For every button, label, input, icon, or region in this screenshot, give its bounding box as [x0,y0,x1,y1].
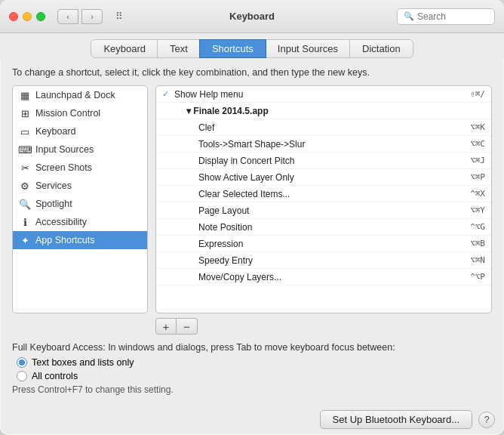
checkmark: ✓ [162,89,174,99]
shortcut-item-expression[interactable]: Expression ⌥⌘B [156,236,491,252]
hint-text: Press Control+F7 to change this setting. [12,384,492,395]
sidebar: ▦ Launchpad & Dock ⊞ Mission Control ▭ K… [12,85,148,313]
sidebar-item-label: Services [35,180,72,191]
radio-text-boxes[interactable]: Text boxes and lists only [17,357,492,368]
sidebar-item-label: Accessibility [35,217,87,227]
input-sources-icon: ⌨ [19,143,31,156]
sidebar-item-input-sources[interactable]: ⌨ Input Sources [13,140,147,159]
keyboard-icon: ▭ [19,125,31,137]
shortcut-keys: ^⌥P [470,272,485,282]
close-button[interactable] [9,12,18,21]
shortcut-keys: ⌥⌘P [470,172,485,182]
sidebar-item-launchpad[interactable]: ▦ Launchpad & Dock [13,86,147,104]
sidebar-item-label: Input Sources [35,144,94,155]
shortcut-group-finale[interactable]: ▾ Finale 2014.5.app [156,103,491,119]
zoom-button[interactable] [36,12,45,21]
shortcut-keys: ⌥⌘K [470,122,485,132]
sidebar-item-services[interactable]: ⚙ Services [13,177,147,195]
grid-button[interactable]: ⠿ [109,9,130,24]
shortcut-keys: ⌥⌘J [470,156,485,165]
list-controls: + − [155,318,492,335]
group-label: ▾ Finale 2014.5.app [174,106,485,116]
full-kb-label: Full Keyboard Access: In windows and dia… [12,342,492,353]
radio-text-boxes-circle[interactable] [17,357,27,368]
shortcut-item-clef[interactable]: Clef ⌥⌘K [156,119,491,136]
sidebar-item-label: App Shortcuts [35,235,95,245]
shortcut-label: Note Position [174,222,470,233]
sidebar-item-label: Launchpad & Dock [35,90,115,100]
shortcut-keys: ⌥⌘C [470,139,485,149]
add-shortcut-button[interactable]: + [155,318,177,335]
sidebar-item-keyboard[interactable]: ▭ Keyboard [13,122,147,140]
shortcut-keys: ⇧⌘/ [470,89,485,99]
shortcut-panel[interactable]: ✓ Show Help menu ⇧⌘/ ▾ Finale 2014.5.app… [155,85,492,313]
shortcut-label: Expression [174,239,470,249]
keyboard-preferences-window: ‹ › ⠿ Keyboard 🔍 Keyboard Text Shortcuts… [0,0,504,435]
shortcut-item-move-copy-layers[interactable]: Move/Copy Layers... ^⌥P [156,269,491,285]
titlebar: ‹ › ⠿ Keyboard 🔍 [0,0,504,33]
shortcut-label: Show Help menu [174,89,470,100]
shortcut-label: Tools->Smart Shape->Slur [174,139,470,150]
shortcut-keys: ^⌘X [470,189,485,199]
sidebar-item-label: Screen Shots [35,162,92,173]
services-icon: ⚙ [19,180,31,192]
screen-shots-icon: ✂ [19,162,31,174]
remove-shortcut-button[interactable]: − [177,318,198,335]
radio-all-controls[interactable]: All controls [17,371,492,381]
sidebar-item-label: Keyboard [35,126,76,137]
shortcut-label: Show Active Layer Only [174,172,470,183]
shortcut-label: Clef [174,122,470,133]
sidebar-item-accessibility[interactable]: ℹ Accessibility [13,213,147,231]
traffic-lights [9,12,45,21]
back-button[interactable]: ‹ [57,9,78,24]
content-area: To change a shortcut, select it, click t… [0,58,504,404]
radio-all-controls-circle[interactable] [17,371,27,381]
shortcut-item-clear-selected[interactable]: Clear Selected Items... ^⌘X [156,186,491,202]
shortcut-item-show-help[interactable]: ✓ Show Help menu ⇧⌘/ [156,86,491,103]
sidebar-item-screen-shots[interactable]: ✂ Screen Shots [13,159,147,177]
shortcut-label: Move/Copy Layers... [174,272,470,282]
shortcut-item-smart-shape[interactable]: Tools->Smart Shape->Slur ⌥⌘C [156,136,491,153]
sidebar-item-mission-control[interactable]: ⊞ Mission Control [13,104,147,122]
forward-button[interactable]: › [81,9,103,24]
launchpad-icon: ▦ [19,89,31,101]
instructions-text: To change a shortcut, select it, click t… [12,67,492,78]
radio-text-boxes-label: Text boxes and lists only [32,357,134,368]
shortcut-label: Display in Concert Pitch [174,156,470,166]
mission-control-icon: ⊞ [19,107,31,119]
nav-buttons: ‹ › [57,9,103,24]
shortcut-item-speedy-entry[interactable]: Speedy Entry ⌥⌘N [156,252,491,269]
shortcut-item-note-position[interactable]: Note Position ^⌥G [156,219,491,236]
sidebar-item-label: Spotlight [35,199,72,209]
shortcut-item-active-layer[interactable]: Show Active Layer Only ⌥⌘P [156,169,491,186]
tabs-bar: Keyboard Text Shortcuts Input Sources Di… [0,33,504,58]
shortcut-label: Speedy Entry [174,255,470,266]
accessibility-icon: ℹ [19,216,31,228]
spotlight-icon: 🔍 [19,198,31,210]
radio-group: Text boxes and lists only All controls [12,357,492,381]
sidebar-item-app-shortcuts[interactable]: ✦ App Shortcuts [13,231,147,249]
main-pane: ▦ Launchpad & Dock ⊞ Mission Control ▭ K… [12,85,492,313]
shortcut-item-page-layout[interactable]: Page Layout ⌥⌘Y [156,202,491,219]
search-icon: 🔍 [404,11,414,21]
shortcut-keys: ⌥⌘Y [470,205,485,215]
footer: Set Up Bluetooth Keyboard... ? [0,404,504,435]
tab-shortcuts[interactable]: Shortcuts [199,39,266,58]
shortcut-label: Page Layout [174,205,470,216]
tab-input-sources[interactable]: Input Sources [265,39,351,58]
sidebar-item-spotlight[interactable]: 🔍 Spotlight [13,195,147,213]
shortcut-keys: ⌥⌘B [470,239,485,248]
tab-text[interactable]: Text [157,39,201,58]
radio-all-controls-label: All controls [32,371,78,381]
help-button[interactable]: ? [478,412,495,428]
sidebar-item-label: Mission Control [35,108,100,119]
tab-keyboard[interactable]: Keyboard [91,39,158,58]
minimize-button[interactable] [23,12,32,21]
window-title: Keyboard [229,11,275,22]
bluetooth-button[interactable]: Set Up Bluetooth Keyboard... [320,410,472,429]
tab-dictation[interactable]: Dictation [349,39,413,58]
shortcut-item-concert-pitch[interactable]: Display in Concert Pitch ⌥⌘J [156,153,491,169]
search-box[interactable]: 🔍 [397,8,495,25]
shortcut-keys: ⌥⌘N [470,255,485,265]
search-input[interactable] [417,11,488,22]
